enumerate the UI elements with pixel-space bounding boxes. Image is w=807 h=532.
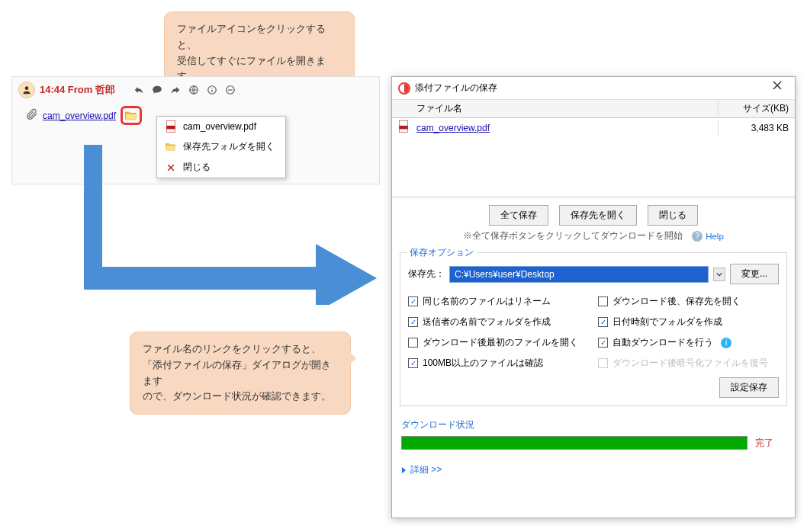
open-destination-button[interactable]: 保存先を開く — [559, 205, 637, 226]
progress-bar — [401, 436, 748, 450]
checkbox-icon: ✓ — [408, 296, 418, 306]
chk-label: ダウンロード後、保存先を開く — [612, 295, 741, 308]
chk-confirm-100mb[interactable]: ✓ 100MB以上のファイルは確認 — [408, 357, 589, 370]
options-grid: ✓ 同じ名前のファイルはリネーム ダウンロード後、保存先を開く ✓ 送信者の名前… — [408, 292, 779, 370]
chk-label: 送信者の名前でフォルダを作成 — [423, 316, 551, 328]
chk-decrypt: ダウンロード後暗号化ファイルを復号 — [598, 357, 779, 370]
col-filename-header[interactable]: ファイル名 — [410, 100, 719, 117]
download-status-title: ダウンロード状況 — [401, 418, 786, 431]
chk-label: 日付時刻でフォルダを作成 — [612, 316, 722, 328]
download-status-text: 完了 — [755, 437, 786, 450]
save-options-panel: 保存オプション 保存先： C:¥Users¥user¥Desktop 変更...… — [400, 252, 787, 406]
ctx-item-label: 保存先フォルダを開く — [183, 140, 275, 153]
callout-line: 「添付ファイルの保存」ダイアログが開きます — [143, 357, 338, 389]
save-all-button[interactable]: 全て保存 — [489, 205, 548, 226]
help-label: Help — [706, 232, 724, 241]
paperclip-icon — [26, 108, 38, 123]
app-icon — [398, 82, 410, 95]
open-folder-icon[interactable] — [124, 110, 138, 121]
close-icon — [165, 162, 177, 174]
ctx-item-label: 閉じる — [183, 161, 211, 174]
file-row-name[interactable]: cam_overview.pdf — [416, 123, 490, 133]
chk-sender-folder[interactable]: ✓ 送信者の名前でフォルダを作成 — [408, 316, 589, 328]
checkbox-icon: ✓ — [408, 317, 418, 327]
chk-label: 同じ名前のファイルはリネーム — [423, 295, 551, 308]
checkbox-icon: ✓ — [408, 358, 418, 368]
chk-date-folder[interactable]: ✓ 日付時刻でフォルダを作成 — [598, 316, 779, 328]
dialog-button-row: 全て保存 保存先を開く 閉じる — [392, 197, 795, 230]
svg-point-0 — [25, 86, 29, 90]
chk-label: ダウンロード後暗号化ファイルを復号 — [612, 357, 768, 370]
pdf-icon — [165, 120, 177, 133]
callout-line: ファイルアイコンをクリックすると、 — [177, 21, 342, 53]
folder-icon — [165, 141, 177, 153]
chevron-down-icon[interactable] — [713, 268, 725, 281]
chk-label: 100MB以上のファイルは確認 — [423, 357, 543, 370]
checkbox-icon: ✓ — [598, 338, 608, 348]
destination-label: 保存先： — [408, 268, 445, 280]
hint-text: ※全て保存ボタンをクリックしてダウンロードを開始 — [463, 230, 683, 242]
callout-line: ファイル名のリンクをクリックすると、 — [143, 341, 338, 357]
minus-circle-icon[interactable] — [223, 83, 237, 97]
save-attachments-dialog: 添付ファイルの保存 ファイル名 サイズ(KB) cam_overview.pdf… — [391, 76, 796, 518]
dialog-close-button[interactable] — [766, 80, 789, 97]
save-settings-button[interactable]: 設定保存 — [719, 377, 779, 398]
destination-row: 保存先： C:¥Users¥user¥Desktop 変更... — [408, 259, 779, 292]
close-button[interactable]: 閉じる — [648, 205, 698, 226]
callout-filename-link-tip: ファイル名のリンクをクリックすると、 「添付ファイルの保存」ダイアログが開きます… — [130, 332, 351, 415]
change-destination-button[interactable]: 変更... — [730, 264, 779, 284]
chk-label: ダウンロード後最初のファイルを開く — [423, 336, 578, 349]
chk-rename[interactable]: ✓ 同じ名前のファイルはリネーム — [408, 295, 589, 308]
download-status-row: 完了 — [401, 436, 786, 450]
ctx-close[interactable]: 閉じる — [157, 157, 285, 178]
svg-rect-8 — [399, 126, 407, 130]
chk-open-dest[interactable]: ダウンロード後、保存先を開く — [598, 295, 779, 308]
save-options-title: 保存オプション — [407, 246, 477, 259]
chk-auto-download[interactable]: ✓ 自動ダウンロードを行う i — [598, 336, 779, 349]
progress-fill — [402, 437, 747, 449]
message-header: 14:44 From 哲郎 — [40, 83, 115, 97]
checkbox-icon — [408, 338, 418, 348]
info-icon[interactable] — [205, 83, 219, 97]
checkbox-icon — [598, 296, 608, 306]
attachment-context-menu: cam_overview.pdf 保存先フォルダを開く 閉じる — [156, 116, 286, 178]
checkbox-icon — [598, 358, 608, 368]
dialog-titlebar: 添付ファイルの保存 — [392, 77, 795, 100]
info-icon[interactable]: i — [721, 338, 731, 348]
callout-line: ので、ダウンロード状況が確認できます。 — [143, 389, 338, 405]
reply-chat-icon[interactable] — [150, 83, 164, 97]
svg-rect-5 — [166, 126, 175, 130]
file-row-size: 3,483 KB — [719, 120, 795, 136]
forward-icon[interactable] — [169, 83, 182, 97]
chk-label: 自動ダウンロードを行う — [612, 336, 713, 349]
ctx-open-folder[interactable]: 保存先フォルダを開く — [157, 136, 285, 157]
details-label: 詳細 >> — [410, 463, 442, 476]
file-table-header: ファイル名 サイズ(KB) — [392, 100, 795, 118]
help-icon: ? — [692, 231, 703, 242]
hint-row: ※全て保存ボタンをクリックしてダウンロードを開始 ? Help — [392, 230, 795, 248]
file-table: ファイル名 サイズ(KB) cam_overview.pdf 3,483 KB — [392, 100, 795, 197]
ctx-item-label: cam_overview.pdf — [183, 121, 256, 132]
destination-path: C:¥Users¥user¥Desktop — [455, 269, 555, 280]
reply-icon[interactable] — [132, 83, 146, 97]
col-size-header[interactable]: サイズ(KB) — [719, 100, 795, 117]
checkbox-icon: ✓ — [598, 317, 608, 327]
open-folder-highlight — [121, 106, 142, 125]
destination-select[interactable]: C:¥Users¥user¥Desktop — [449, 266, 709, 283]
ctx-open-file[interactable]: cam_overview.pdf — [157, 117, 285, 136]
attachment-filename-link[interactable]: cam_overview.pdf — [43, 111, 116, 121]
pdf-icon — [392, 118, 410, 137]
help-link[interactable]: ? Help — [692, 231, 724, 242]
message-header-row: 14:44 From 哲郎 — [12, 77, 379, 103]
chk-open-first[interactable]: ダウンロード後最初のファイルを開く — [408, 336, 589, 349]
avatar — [18, 82, 35, 98]
dialog-title: 添付ファイルの保存 — [415, 82, 497, 95]
file-table-row[interactable]: cam_overview.pdf 3,483 KB — [392, 118, 795, 137]
details-toggle[interactable]: 詳細 >> — [401, 463, 786, 476]
globe-icon[interactable] — [187, 83, 201, 97]
